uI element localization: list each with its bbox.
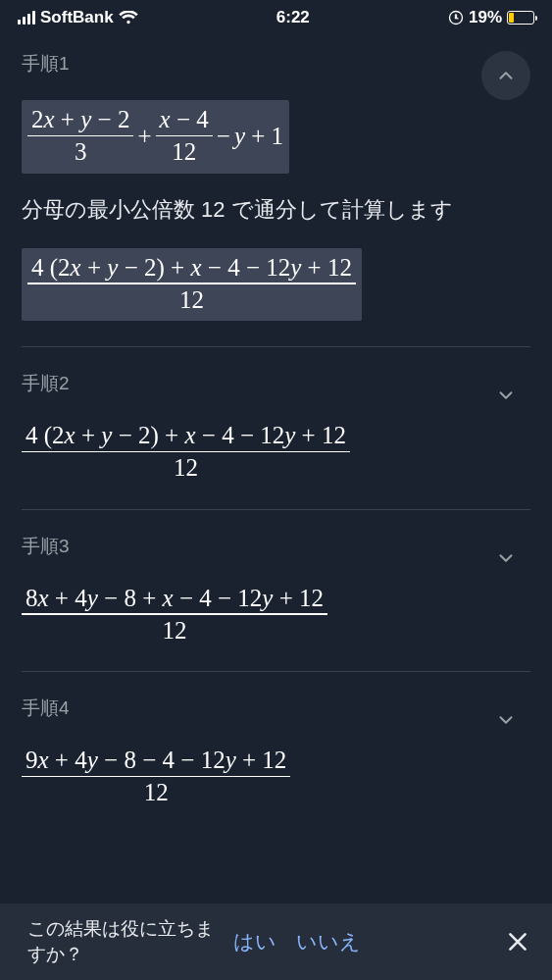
rotation-lock-icon: [448, 10, 464, 26]
feedback-close-button[interactable]: [505, 929, 530, 954]
step1-expression-1: 2x + y − 2 3 + x − 4 12 − y + 1: [22, 100, 530, 174]
svg-rect-1: [455, 16, 457, 19]
chevron-up-icon: [495, 65, 517, 86]
battery-pct: 19%: [469, 8, 502, 27]
feedback-question: この結果は役に立ちますか？: [27, 916, 214, 966]
step1-explanation: 分母の最小公倍数 12 で通分して計算します: [22, 193, 530, 227]
chevron-down-icon: [495, 709, 517, 731]
step-label: 手順3: [22, 534, 70, 559]
close-icon: [505, 929, 530, 954]
step-label: 手順1: [22, 51, 70, 77]
status-bar: SoftBank 6:22 19%: [0, 0, 552, 35]
expand-button[interactable]: [481, 696, 530, 745]
step-3: 手順3 8x + 4y − 8 + x − 4 − 12y + 12 12: [22, 510, 530, 673]
chevron-down-icon: [495, 547, 517, 569]
feedback-no-button[interactable]: いいえ: [296, 928, 361, 955]
chevron-down-icon: [495, 385, 517, 406]
step-label: 手順4: [22, 696, 70, 721]
signal-icon: [18, 11, 35, 25]
battery-fill: [509, 13, 514, 23]
carrier-label: SoftBank: [40, 8, 114, 27]
collapse-button[interactable]: [481, 51, 530, 100]
step1-expression-2: 4 (2x + y − 2) + x − 4 − 12y + 12 12: [22, 248, 530, 322]
clock: 6:22: [276, 8, 310, 27]
expand-button[interactable]: [481, 534, 530, 583]
wifi-icon: [119, 11, 138, 25]
step-1: 手順1 2x + y − 2 3 + x − 4 12 − y + 1: [22, 43, 530, 347]
step-4: 手順4 9x + 4y − 8 − 4 − 12y + 12 12: [22, 672, 530, 848]
expand-button[interactable]: [481, 371, 530, 420]
steps-container: 手順1 2x + y − 2 3 + x − 4 12 − y + 1: [0, 35, 552, 848]
step3-expression: 8x + 4y − 8 + x − 4 − 12y + 12 12: [22, 583, 530, 646]
feedback-bar: この結果は役に立ちますか？ はい いいえ: [0, 903, 552, 980]
feedback-yes-button[interactable]: はい: [233, 928, 276, 955]
step2-expression: 4 (2x + y − 2) + x − 4 − 12y + 12 12: [22, 420, 530, 484]
step-2: 手順2 4 (2x + y − 2) + x − 4 − 12y + 12 12: [22, 347, 530, 510]
step-label: 手順2: [22, 371, 70, 396]
battery-icon: [507, 11, 534, 25]
step4-expression: 9x + 4y − 8 − 4 − 12y + 12 12: [22, 745, 530, 808]
